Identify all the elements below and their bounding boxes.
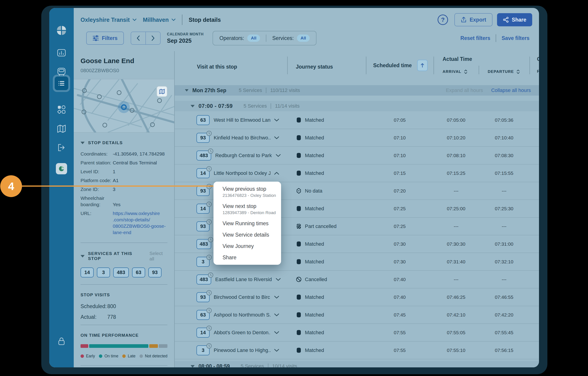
chevron-down-icon[interactable] — [274, 331, 279, 334]
visit-row[interactable]: 3Pinewood Lane to Highg...Matched07:5507… — [175, 342, 539, 359]
service-badge[interactable]: 63 — [132, 267, 145, 277]
route-badge: 3 — [197, 345, 210, 355]
column-departure[interactable]: DEPARTURE — [488, 69, 520, 74]
collapse-caret-icon — [185, 89, 189, 91]
section-divider — [81, 243, 168, 243]
calendar-month-label: CALENDAR MONTH — [167, 32, 203, 36]
partner-app-icon[interactable] — [55, 162, 68, 175]
breadcrumb-region[interactable]: Millhaven — [143, 17, 176, 23]
menu-item-label: Share — [222, 254, 272, 261]
help-button[interactable]: ? — [438, 14, 448, 25]
menu-item-label: View next stop — [222, 203, 272, 210]
scheduled-time: 07:30 — [366, 241, 433, 247]
next-month-button[interactable] — [145, 32, 160, 44]
menu-item-view-journey[interactable]: View Journey — [213, 243, 281, 250]
operators-services-filter[interactable]: Operators: All Services: All — [212, 31, 316, 45]
chevron-up-icon[interactable] — [274, 172, 279, 175]
expand-all-hours-button[interactable]: Expand all hours — [446, 88, 483, 93]
visit-cell: 63West Hill to Elmwood Lan... — [175, 115, 287, 125]
stop-map[interactable] — [74, 79, 174, 133]
filters-label: Filters — [102, 35, 117, 41]
day-group-row[interactable]: Mon 27th Sep 5 Services 110/112 visits E… — [175, 85, 539, 96]
services-all-badge: All — [297, 34, 310, 42]
services-shapes-icon[interactable] — [56, 104, 67, 115]
select-all-button[interactable]: Select all — [149, 251, 168, 262]
visit-name: Eastfield Lane to Riversid... — [215, 276, 272, 282]
breadcrumb-operator[interactable]: Oxleyshire Transit — [81, 17, 136, 23]
actual-departure-time: 07:10:40 — [479, 135, 529, 141]
status-matched-icon — [296, 259, 302, 265]
chevron-down-icon[interactable] — [276, 154, 281, 157]
menu-item-view-running-times[interactable]: View Running times — [213, 220, 281, 227]
sidebar-item-stop-list-active[interactable] — [53, 75, 70, 92]
chevron-down-icon[interactable] — [276, 278, 281, 281]
hour-services-count: 5 Services — [244, 103, 267, 109]
menu-item-share[interactable]: Share — [213, 254, 281, 261]
chevron-down-icon[interactable] — [274, 119, 279, 122]
service-badge[interactable]: 483 — [113, 267, 129, 277]
visit-row[interactable]: 93Birchwood Central to Birc...Matched07:… — [175, 288, 539, 306]
visit-row[interactable]: 483Redburgh Central to Park...Matched07:… — [175, 147, 539, 164]
scheduled-time: 07:05 — [366, 117, 433, 123]
visit-row[interactable]: 93Kinfield Head to Birchwo...Matched07:1… — [175, 129, 539, 147]
column-journey-status: Journey status — [296, 64, 333, 70]
menu-item-label: View previous stop — [222, 186, 272, 193]
visit-row[interactable]: 63Ashpool to Northmouth S...Matched07:45… — [175, 306, 539, 324]
journey-status-cell: No data — [287, 188, 366, 194]
menu-item-view-next-stop[interactable]: View next stop1283947389 - Denton Road — [213, 203, 281, 216]
dashboard-charts-icon[interactable] — [56, 47, 67, 58]
next-hour-group-row[interactable]: 08:00 - 08:59 5 Services 10/14 visits — [175, 361, 539, 367]
chevron-down-icon — [171, 18, 176, 21]
collapse-caret-icon — [81, 142, 85, 144]
otp-legend-item: Late — [122, 354, 136, 358]
visit-row[interactable]: 14Abbot's Green to Denton...Matched07:55… — [175, 324, 539, 342]
open-map-button[interactable] — [157, 86, 168, 97]
stop-details-section-header[interactable]: STOP DETAILS — [81, 140, 168, 145]
hour-group-label: 07:00 - 07:59 — [199, 103, 233, 109]
visit-row[interactable]: 14Little Northpool to Oxley J...Matched0… — [175, 164, 539, 182]
journey-status-cell: Matched — [287, 206, 366, 212]
stop-url-link[interactable]: https://www.oxleyshire .com/stop-details… — [113, 210, 166, 236]
journey-status-label: Part cancelled — [305, 223, 336, 229]
field-value: Central Bus Terminal — [113, 160, 157, 166]
hour-group-row[interactable]: 07:00 - 07:59 5 Services 11/14 visits — [175, 101, 539, 111]
share-button[interactable]: Share — [497, 13, 532, 26]
filters-button[interactable]: Filters — [86, 32, 124, 45]
field-label: Parent station: — [81, 160, 113, 166]
table-header: Visit at this stop Journey status Schedu… — [175, 51, 539, 85]
sort-scheduled-button[interactable] — [417, 60, 428, 71]
collapse-all-hours-button[interactable]: Collapse all hours — [491, 88, 531, 93]
menu-item-view-previous-stop[interactable]: View previous stop2136476823 - Oxley Sta… — [213, 186, 281, 199]
chevron-down-icon[interactable] — [274, 349, 279, 352]
previous-month-button[interactable] — [131, 32, 145, 44]
services-section-header[interactable]: SERVICES AT THIS STOP Select all — [81, 251, 168, 262]
filters-sliders-icon — [93, 35, 99, 41]
chevron-down-icon[interactable] — [274, 313, 279, 317]
service-badge[interactable]: 93 — [148, 267, 161, 277]
visit-row[interactable]: 63West Hill to Elmwood Lan...Matched07:0… — [175, 111, 539, 129]
actual-departure-time: 07:46:55 — [479, 295, 529, 300]
export-button[interactable]: Export — [454, 13, 493, 26]
menu-item-view-service-details[interactable]: View Service details — [213, 231, 281, 238]
actual-arrival-time: 07:10:20 — [433, 135, 479, 141]
visit-name: Kinfield Head to Birchwo... — [214, 135, 270, 141]
filterbar: Filters CALENDAR MONTH Sep 2025 Operator… — [74, 28, 539, 51]
meta-divider — [268, 364, 268, 367]
stop-visits: Scheduled:800Actual:778 — [81, 303, 168, 320]
otp-legend-item: Early — [81, 354, 95, 358]
field-label: URL: — [81, 210, 113, 236]
field-value: 3 — [113, 186, 116, 193]
visit-row[interactable]: 483Eastfield Lane to Riversid...Cancelle… — [175, 271, 539, 288]
service-badge[interactable]: 3 — [97, 267, 110, 277]
chevron-down-icon[interactable] — [274, 136, 279, 139]
chevron-down-icon[interactable] — [274, 296, 279, 299]
column-arrival[interactable]: ARRIVAL — [443, 69, 467, 74]
timing-point-clock-icon — [206, 166, 212, 172]
map-icon[interactable] — [56, 123, 67, 134]
actual-departure-time: 07:42:20 — [479, 312, 529, 318]
logout-icon[interactable] — [56, 142, 67, 153]
save-filters-button[interactable]: Save filters — [502, 35, 529, 41]
reset-filters-button[interactable]: Reset filters — [461, 35, 491, 41]
stop-visits-header-label: STOP VISITS — [81, 292, 110, 298]
service-badge[interactable]: 14 — [81, 267, 94, 277]
